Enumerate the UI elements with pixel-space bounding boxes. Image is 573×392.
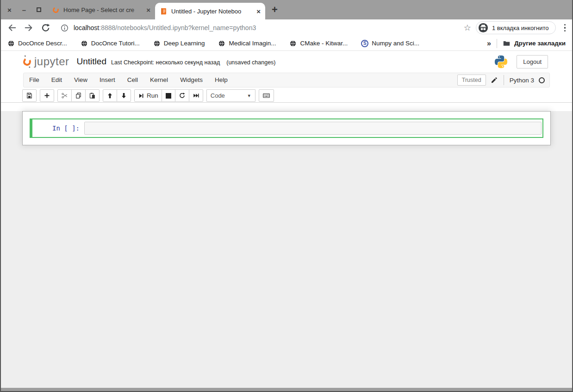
notebook-menubar: File Edit View Insert Cell Kernel Widget… — [23, 73, 550, 87]
menu-insert[interactable]: Insert — [93, 73, 121, 87]
interrupt-kernel-button[interactable] — [162, 89, 175, 102]
code-cell-selected[interactable]: In [ ]: — [30, 118, 543, 138]
restart-icon — [179, 92, 186, 99]
bookmark-medical-imaging[interactable]: Medical Imagin... — [218, 40, 276, 47]
keyboard-icon — [262, 92, 270, 100]
arrow-down-icon — [120, 92, 127, 99]
globe-icon — [7, 40, 15, 47]
bookmark-doconce-descr[interactable]: DocOnce Descr... — [7, 40, 67, 47]
forward-icon[interactable] — [23, 22, 34, 33]
incognito-badge[interactable]: 1 вкладка инкогнито — [476, 21, 556, 34]
divider — [497, 39, 497, 48]
jupyter-header: jupyter Untitled Last Checkpoint: нескол… — [0, 51, 573, 72]
move-cell-up-button[interactable] — [103, 89, 117, 102]
bookmark-deep-learning[interactable]: Deep Learning — [153, 40, 205, 47]
tab-title: Untitled - Jupyter Noteboo — [171, 8, 254, 15]
move-cell-down-button[interactable] — [117, 89, 131, 102]
insert-cell-button[interactable] — [40, 89, 54, 102]
bookmark-numpy-scipy[interactable]: S Numpy and Sci... — [361, 40, 419, 47]
cell-type-select[interactable]: Code ▼ — [206, 89, 255, 102]
bookmark-star-icon[interactable]: ☆ — [464, 23, 471, 33]
menu-cell[interactable]: Cell — [121, 73, 144, 87]
run-button[interactable]: Run — [134, 89, 162, 102]
python-logo-icon — [494, 55, 508, 69]
jupyter-logo[interactable]: jupyter — [23, 55, 69, 68]
back-icon[interactable] — [6, 22, 18, 33]
bookmark-cmake-kitware[interactable]: CMake - Kitwar... — [289, 40, 348, 47]
trusted-button[interactable]: Trusted — [457, 75, 486, 86]
jupyter-logo-icon — [22, 57, 32, 67]
tab-close-icon[interactable]: × — [256, 8, 261, 15]
notebook-title[interactable]: Untitled — [77, 56, 106, 67]
window-minimize-icon[interactable]: – — [22, 6, 26, 13]
window-close-icon[interactable]: × — [7, 6, 12, 13]
fast-forward-icon — [193, 92, 199, 99]
incognito-icon — [478, 23, 488, 33]
notebook-book-icon — [160, 7, 168, 15]
url-path: :8888/notebooks/Untitled.ipynb?kernel_na… — [99, 24, 256, 31]
scipy-icon: S — [361, 40, 368, 47]
bookmark-label: DocOnce Descr... — [18, 40, 67, 47]
tab-close-icon[interactable]: × — [146, 6, 150, 13]
jupyter-favicon — [52, 6, 60, 14]
copy-icon — [75, 92, 82, 99]
bookmark-label: Medical Imagin... — [229, 40, 276, 47]
browser-menu-icon[interactable] — [562, 22, 568, 34]
window-controls: × – — [0, 0, 47, 19]
stop-icon — [166, 93, 171, 99]
menu-help[interactable]: Help — [209, 73, 234, 87]
new-tab-button[interactable]: + — [272, 5, 278, 15]
run-label: Run — [147, 92, 158, 99]
globe-icon — [153, 40, 161, 47]
menu-view[interactable]: View — [68, 73, 93, 87]
url-host: localhost — [74, 24, 99, 31]
plus-icon — [44, 92, 50, 99]
kernel-name: Python 3 — [510, 77, 534, 84]
menu-kernel[interactable]: Kernel — [144, 73, 174, 87]
save-button[interactable] — [22, 89, 37, 102]
reload-icon[interactable] — [40, 22, 51, 33]
bookmark-label: DocOnce Tutori... — [91, 40, 140, 47]
restart-run-all-button[interactable] — [189, 89, 203, 102]
window-maximize-icon[interactable] — [37, 7, 41, 12]
page-info-icon[interactable] — [60, 24, 69, 32]
browser-toolbar: localhost:8888/notebooks/Untitled.ipynb?… — [0, 19, 573, 36]
menu-edit[interactable]: Edit — [45, 73, 68, 87]
logout-button[interactable]: Logout — [517, 55, 548, 68]
other-bookmarks-button[interactable]: Другие закладки — [503, 39, 566, 47]
bookmark-doconce-tutori[interactable]: DocOnce Tutori... — [81, 40, 140, 47]
bookmark-label: Numpy and Sci... — [372, 40, 419, 47]
run-step-forward-icon — [138, 93, 144, 99]
copy-button[interactable] — [71, 89, 86, 102]
other-bookmarks-label: Другие закладки — [514, 40, 566, 47]
cut-button[interactable] — [57, 89, 72, 102]
paste-button[interactable] — [85, 89, 100, 102]
jupyter-logo-text: jupyter — [34, 55, 69, 68]
divider — [504, 75, 504, 85]
menu-widgets[interactable]: Widgets — [174, 73, 209, 87]
tab-home-page[interactable]: Home Page - Select or cre × — [47, 0, 155, 19]
tab-title: Home Page - Select or cre — [63, 6, 143, 13]
save-icon — [26, 92, 33, 99]
code-input-area[interactable] — [84, 122, 542, 135]
cell-type-value: Code — [211, 92, 225, 99]
command-palette-button[interactable] — [259, 89, 274, 102]
kernel-idle-indicator-icon — [539, 77, 545, 83]
tab-untitled-notebook[interactable]: Untitled - Jupyter Noteboo × — [155, 3, 265, 19]
incognito-label: 1 вкладка инкогнито — [492, 25, 549, 31]
notebook-area: In [ ]: — [0, 111, 573, 392]
checkpoint-status: Last Checkpoint: несколько секунд назад — [111, 59, 220, 66]
input-prompt: In [ ]: — [32, 124, 84, 132]
restart-kernel-button[interactable] — [175, 89, 189, 102]
edit-mode-pencil-icon — [491, 76, 498, 84]
menu-file[interactable]: File — [24, 73, 45, 87]
arrow-up-icon — [106, 92, 113, 99]
bookmark-label: Deep Learning — [164, 40, 205, 47]
address-bar[interactable]: localhost:8888/notebooks/Untitled.ipynb?… — [60, 24, 459, 32]
notebook-container: In [ ]: — [22, 111, 551, 145]
bookmark-label: CMake - Kitwar... — [300, 40, 348, 47]
paste-icon — [89, 92, 96, 99]
chevron-down-icon: ▼ — [247, 93, 251, 98]
bookmarks-overflow-icon[interactable]: » — [487, 39, 491, 48]
titlebar: × – Home Page - Select or cre × Untitled… — [0, 0, 573, 19]
